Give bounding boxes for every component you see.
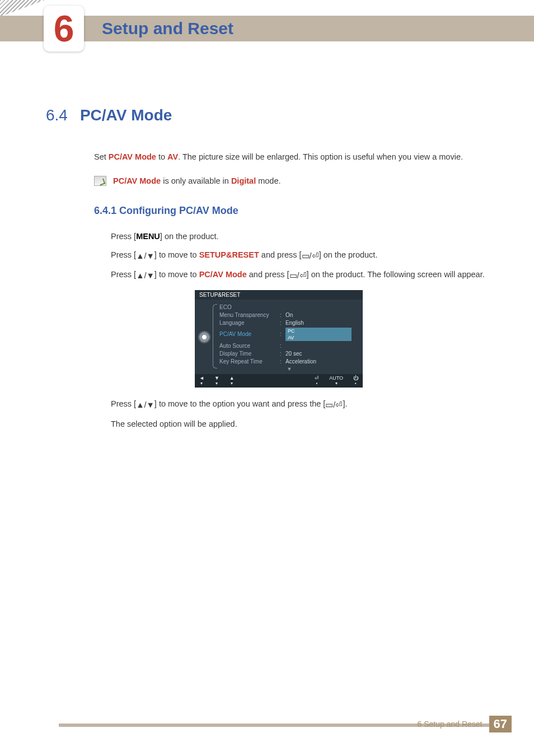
step-3: Press [▲/▼] to move to PC/AV Mode and pr… (111, 268, 512, 282)
enter-source-icon: ▭/⏎ (302, 250, 319, 263)
osd-row-menu-transparency: Menu Transparency : On (216, 311, 363, 319)
note-text: PC/AV Mode is only available in Digital … (113, 176, 281, 185)
osd-screenshot: SETUP&RESET ECO Menu Transparency : On L… (195, 290, 363, 388)
step-1: Press [MENU] on the product. (111, 230, 512, 243)
page-number: 67 (489, 716, 512, 732)
osd-row-auto-source: Auto Source : (216, 342, 363, 349)
osd-row-key-repeat: Key Repeat Time : Acceleration (216, 357, 363, 365)
osd-category-icon (195, 300, 214, 374)
enter-source-icon: ▭/⏎ (289, 269, 307, 282)
osd-row-language: Language : English (216, 319, 363, 326)
chapter-title: Setup and Reset (102, 19, 233, 38)
osd-more-arrow: ▼ (216, 366, 363, 372)
chapter-badge: 6 (44, 6, 84, 52)
section-number: 6.4 (46, 106, 68, 124)
osd-option-pc: PC (285, 328, 352, 334)
section-heading: 6.4 PC/AV Mode (46, 106, 512, 124)
osd-nav-down-icon: ▼▾ (214, 376, 219, 386)
osd-row-display-time: Display Time : 20 sec (216, 349, 363, 357)
chapter-number: 6 (54, 10, 74, 47)
osd-nav-left-icon: ◄▾ (199, 376, 204, 386)
osd-footer: ◄▾ ▼▾ ▲▾ ⏎▪ AUTO▾ ⏻▪ (195, 374, 363, 388)
step-2: Press [▲/▼] to move to SETUP&RESET and p… (111, 249, 512, 263)
osd-title: SETUP&RESET (195, 290, 363, 300)
osd-row-pcav-mode: PC/AV Mode : PC AV (216, 326, 363, 342)
section-title: PC/AV Mode (80, 106, 172, 124)
up-down-icon: ▲/▼ (136, 250, 154, 263)
page-content: 6.4 PC/AV Mode Set PC/AV Mode to AV. The… (46, 106, 512, 436)
corner-hatch (0, 0, 45, 17)
osd-row-eco: ECO (216, 303, 363, 311)
step-4: Press [▲/▼] to move to the option you wa… (111, 398, 512, 412)
osd-power-icon: ⏻▪ (353, 376, 358, 386)
enter-source-icon: ▭/⏎ (325, 399, 343, 412)
note-icon (94, 176, 106, 186)
subsection-heading: 6.4.1 Configuring PC/AV Mode (94, 205, 512, 217)
page-footer: 6 Setup and Reset 67 (418, 716, 512, 732)
up-down-icon: ▲/▼ (136, 399, 154, 412)
osd-option-av: AV (285, 334, 352, 341)
gear-icon (199, 332, 209, 342)
osd-bracket (213, 304, 217, 368)
footer-chapter-label: 6 Setup and Reset (418, 720, 483, 729)
osd-enter-icon: ⏎▪ (315, 376, 319, 386)
osd-menu-list: ECO Menu Transparency : On Language : En… (214, 300, 363, 374)
intro-paragraph: Set PC/AV Mode to AV. The picture size w… (94, 151, 512, 164)
osd-nav-up-icon: ▲▾ (229, 376, 235, 386)
osd-auto-label: AUTO▾ (329, 376, 343, 386)
up-down-icon: ▲/▼ (136, 269, 154, 282)
note-row: PC/AV Mode is only available in Digital … (94, 176, 512, 186)
step-5: The selected option will be applied. (111, 418, 512, 431)
